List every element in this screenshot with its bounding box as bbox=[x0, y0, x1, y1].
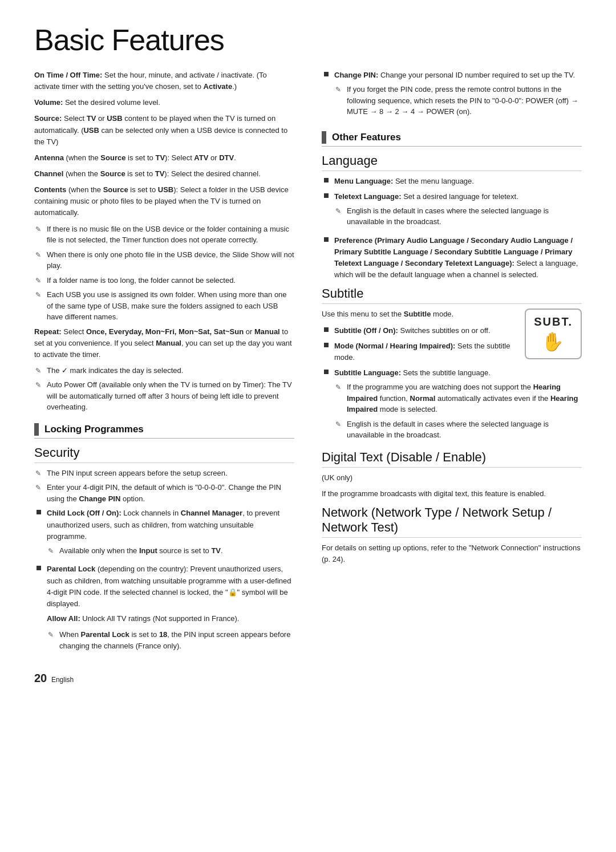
header-bar-other bbox=[322, 131, 326, 144]
contents-note-1: If there is no music file on the USB dev… bbox=[34, 224, 294, 246]
parental-lock-bullet: Parental Lock (depending on the country)… bbox=[34, 563, 294, 655]
subt-box: SUBT. ✋ bbox=[525, 309, 582, 359]
digital-text-title: Digital Text (Disable / Enable) bbox=[322, 450, 582, 468]
subtitle-language-text: Subtitle Language: Sets the subtitle lan… bbox=[334, 367, 582, 444]
bullet-sq-parental bbox=[37, 566, 41, 570]
network-title: Network (Network Type / Network Setup / … bbox=[322, 505, 582, 538]
security-title: Security bbox=[34, 445, 294, 463]
bullet-sq-teletext bbox=[324, 193, 329, 198]
parental-lock-note: When Parental Lock is set to 18, the PIN… bbox=[47, 629, 294, 651]
subt-label: SUBT. bbox=[534, 315, 573, 328]
page-title: Basic Features bbox=[34, 23, 582, 57]
subtitle-onoff-text: Subtitle (Off / On): Switches subtitles … bbox=[334, 325, 516, 336]
left-column: On Time / Off Time: Set the hour, minute… bbox=[34, 70, 294, 685]
contents-note-4: Each USB you use is assigned its own fol… bbox=[34, 289, 294, 323]
page-number-area: 20 English bbox=[34, 672, 294, 685]
contents-note-2: When there is only one photo file in the… bbox=[34, 249, 294, 271]
subtitle-onoff-bullet: Subtitle (Off / On): Switches subtitles … bbox=[322, 325, 516, 336]
teletext-language-bullet: Teletext Language: Set a desired languag… bbox=[322, 191, 582, 231]
child-lock-text: Child Lock (Off / On): Lock channels in … bbox=[47, 508, 294, 559]
page-number: 20 bbox=[34, 672, 47, 684]
locking-programmes-title: Locking Programmes bbox=[44, 424, 144, 435]
repeat-paragraph: Repeat: Select Once, Everyday, Mon~Fri, … bbox=[34, 326, 294, 360]
antenna-paragraph: Antenna (when the Source is set to TV): … bbox=[34, 152, 294, 164]
subtitle-lang-note-1: If the programme you are watching does n… bbox=[334, 382, 582, 415]
teletext-language-text: Teletext Language: Set a desired languag… bbox=[334, 191, 582, 231]
security-note-1: The PIN input screen appears before the … bbox=[34, 468, 294, 479]
subt-hand-icon: ✋ bbox=[534, 331, 573, 352]
menu-language-bullet: Menu Language: Set the menu language. bbox=[322, 176, 582, 187]
bullet-sq-subtitle-onoff bbox=[324, 327, 329, 332]
contents-paragraph: Contents (when the Source is set to USB)… bbox=[34, 184, 294, 218]
child-lock-bullet: Child Lock (Off / On): Lock channels in … bbox=[34, 508, 294, 559]
locking-programmes-header: Locking Programmes bbox=[34, 423, 294, 439]
subtitle-intro-area: SUBT. ✋ Use this menu to set the Subtitl… bbox=[322, 309, 582, 444]
repeat-note: The ✓ mark indicates the day is selected… bbox=[34, 365, 294, 376]
subtitle-mode-text: Mode (Normal / Hearing Impaired): Sets t… bbox=[334, 340, 516, 363]
change-pin-bullet: Change PIN: Change your personal ID numb… bbox=[322, 70, 582, 121]
bullet-sq-change-pin bbox=[324, 72, 329, 76]
change-pin-note: If you forget the PIN code, press the re… bbox=[334, 84, 582, 117]
change-pin-text: Change PIN: Change your personal ID numb… bbox=[334, 70, 582, 121]
uk-only-label: (UK only) bbox=[322, 472, 582, 484]
parental-lock-text: Parental Lock (depending on the country)… bbox=[47, 563, 294, 655]
security-note-2: Enter your 4-digit PIN, the default of w… bbox=[34, 482, 294, 504]
preference-language-bullet: Preference (Primary Audio Language / Sec… bbox=[322, 235, 582, 281]
language-title: Language bbox=[322, 153, 582, 171]
subtitle-title: Subtitle bbox=[322, 286, 582, 304]
auto-power-note: Auto Power Off (available only when the … bbox=[34, 379, 294, 413]
page-language-label: English bbox=[51, 676, 74, 684]
other-features-title: Other Features bbox=[332, 132, 401, 143]
teletext-note: English is the default in cases where th… bbox=[334, 205, 582, 228]
subtitle-language-bullet: Subtitle Language: Sets the subtitle lan… bbox=[322, 367, 582, 444]
contents-note-3: If a folder name is too long, the folder… bbox=[34, 275, 294, 286]
right-column: Change PIN: Change your personal ID numb… bbox=[322, 70, 582, 685]
source-paragraph: Source: Select TV or USB content to be p… bbox=[34, 113, 294, 147]
volume-paragraph: Volume: Set the desired volume level. bbox=[34, 97, 294, 108]
bullet-sq-child-lock bbox=[37, 510, 41, 514]
channel-paragraph: Channel (when the Source is set to TV): … bbox=[34, 168, 294, 180]
child-lock-note: Available only when the Input source is … bbox=[47, 545, 294, 557]
menu-language-text: Menu Language: Set the menu language. bbox=[334, 176, 582, 187]
bullet-sq-subtitle-mode bbox=[324, 343, 329, 347]
bullet-sq-preference bbox=[324, 237, 329, 242]
on-time-paragraph: On Time / Off Time: Set the hour, minute… bbox=[34, 70, 294, 92]
bullet-sq-menu-lang bbox=[324, 178, 329, 182]
preference-language-text: Preference (Primary Audio Language / Sec… bbox=[334, 235, 582, 281]
network-description: For details on setting up options, refer… bbox=[322, 542, 582, 565]
header-bar-locking bbox=[34, 423, 39, 436]
subtitle-lang-note-2: English is the default in cases where th… bbox=[334, 419, 582, 441]
digital-text-description: If the programme broadcasts with digital… bbox=[322, 488, 582, 500]
subtitle-mode-bullet: Mode (Normal / Hearing Impaired): Sets t… bbox=[322, 340, 516, 363]
bullet-sq-subtitle-lang bbox=[324, 370, 329, 374]
other-features-header: Other Features bbox=[322, 131, 582, 147]
